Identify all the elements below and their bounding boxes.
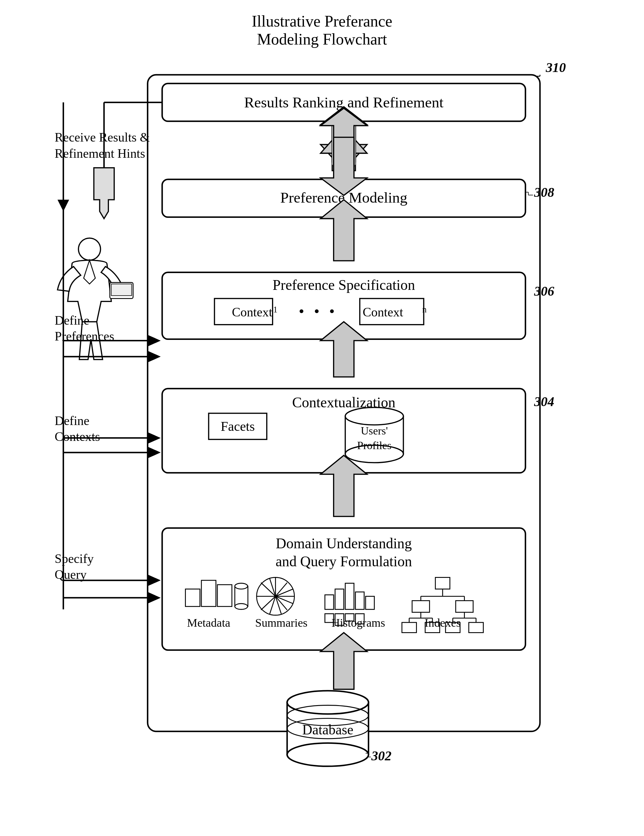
svg-point-9 [235, 583, 247, 589]
domain-title-1: Domain Understanding [276, 536, 412, 551]
ref-304-label: 304 [534, 394, 554, 409]
receive-results-label2: Refinement Hints [55, 147, 145, 160]
svg-rect-43 [402, 622, 417, 632]
define-pref-arrow-head [148, 335, 161, 346]
svg-point-64 [78, 238, 100, 260]
metadata-label: Metadata [187, 616, 230, 629]
page-title: Illustrative Preferance Modeling Flowcha… [252, 12, 392, 48]
summaries-icon [257, 578, 294, 616]
specify-query-arrow-head [148, 575, 161, 586]
database-top [287, 691, 369, 714]
database-bottom [287, 743, 369, 766]
receive-results-label: Receive Results & [55, 130, 150, 144]
specify-query-label2: Query [55, 568, 87, 581]
svg-rect-24 [325, 595, 334, 610]
profiles-line2: Profiles [357, 439, 392, 452]
ref-302-label: 302 [371, 748, 392, 763]
define-ctx-arrow-head [148, 432, 161, 444]
ref-306-label: 306 [534, 284, 554, 299]
pref-spec-title: Preference Specification [273, 277, 415, 293]
specify-query-arrow-head2 [148, 592, 161, 604]
svg-marker-67 [94, 168, 114, 219]
svg-rect-28 [366, 596, 374, 609]
svg-rect-66 [111, 284, 132, 296]
define-contexts-label1: Define [55, 414, 90, 428]
svg-rect-26 [345, 583, 354, 610]
svg-rect-25 [335, 589, 344, 610]
histograms-label: Histograms [332, 616, 385, 629]
contextn-label: Context [363, 305, 403, 319]
ref-308-label: 308 [534, 185, 554, 199]
profiles-cylinder-top [345, 407, 403, 425]
svg-rect-51 [469, 622, 484, 632]
page-container: Illustrative Preferance Modeling Flowcha… [0, 0, 644, 836]
svg-rect-37 [412, 601, 430, 612]
svg-rect-5 [185, 589, 200, 607]
summaries-label: Summaries [255, 616, 307, 629]
big-down-arrow-left [94, 168, 114, 219]
svg-rect-39 [456, 601, 473, 612]
domain-title-2: and Query Formulation [276, 554, 412, 569]
define-preferences-label1: Define [55, 314, 90, 327]
profiles-line1: Users' [361, 425, 388, 437]
svg-point-10 [235, 604, 247, 609]
context1-label: Context [232, 305, 273, 319]
dots: • • • [299, 302, 338, 320]
ref-310-label: 310 [546, 60, 566, 75]
indexes-label: Indexes [425, 616, 461, 629]
svg-rect-6 [201, 580, 216, 607]
context1-sub: 1 [273, 305, 278, 314]
specify-query-label1: Specify [55, 552, 94, 566]
svg-rect-33 [435, 578, 450, 589]
define-ctx-arrow-head2 [148, 447, 161, 458]
facets-label: Facets [221, 419, 255, 434]
database-label: Database [302, 722, 353, 738]
svg-rect-7 [217, 585, 232, 606]
contextn-sub: n [422, 305, 427, 314]
define-contexts-label2: Contexts [55, 429, 100, 444]
define-pref-arrow-head2 [148, 351, 161, 362]
svg-rect-27 [356, 592, 364, 609]
